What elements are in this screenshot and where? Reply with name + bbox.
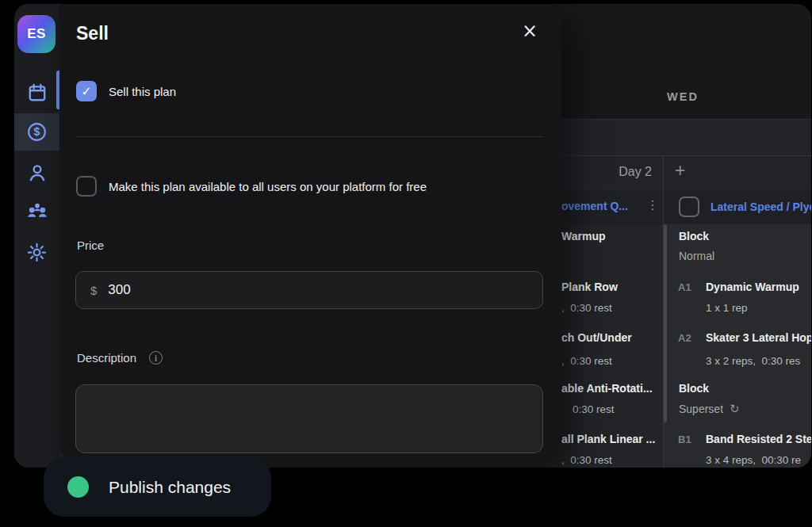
block-label: Block (679, 382, 709, 395)
workspace-logo[interactable]: ES (17, 15, 56, 53)
sidebar-item-groups[interactable] (14, 192, 59, 230)
status-dot-icon (67, 476, 89, 498)
free-plan-row: Make this plan available to all users on… (76, 176, 427, 197)
exercise-name[interactable]: Dynamic Warmup (706, 281, 799, 293)
exercise-tag: A1 (678, 281, 691, 293)
block-mode-label: Superset (679, 403, 723, 415)
exercise-detail: , 0:30 rest (561, 454, 612, 466)
price-input[interactable]: $ 300 (75, 271, 543, 309)
column-divider (663, 156, 664, 189)
price-value: 300 (108, 282, 130, 298)
block-name: Warmup (561, 230, 605, 242)
exercise-name[interactable]: ch Out/Under (561, 331, 632, 344)
description-label-row: Description i (77, 351, 163, 365)
exercise-detail: , 0:30 rest (561, 355, 612, 367)
description-textarea[interactable] (75, 384, 543, 453)
repeat-icon: ↻ (730, 402, 740, 416)
svg-text:$: $ (34, 125, 40, 138)
day-tab[interactable]: Day 2 (567, 165, 652, 179)
block-mode-label: Normal (679, 250, 714, 262)
sidebar-item-clients[interactable] (14, 154, 59, 192)
person-icon (27, 162, 48, 183)
add-day-button[interactable]: + (675, 160, 685, 181)
check-icon: ✓ (81, 84, 91, 99)
gear-icon (26, 242, 48, 263)
exercise-detail: 0:30 rest (573, 403, 615, 415)
kebab-menu-icon[interactable]: ⋮ (646, 197, 659, 212)
workout-column-left: ovement Q... ⋮ Warmup Plank Row , 0:30 r… (561, 189, 663, 468)
workout-link[interactable]: Lateral Speed / Plyo (710, 200, 811, 213)
free-plan-checkbox[interactable] (76, 176, 97, 197)
exercise-tag: A2 (678, 332, 691, 344)
sidebar: ES $ (14, 4, 59, 468)
publish-changes-button[interactable]: Publish changes (44, 457, 271, 517)
exercise-detail: 3 x 4 reps, 00:30 re (706, 454, 801, 466)
block-mode: Normal (679, 250, 714, 262)
sidebar-item-settings[interactable] (14, 233, 59, 271)
workout-link[interactable]: ovement Q... (561, 200, 628, 212)
price-label: Price (77, 239, 104, 252)
sell-plan-label: Sell this plan (109, 85, 176, 98)
workout-column-right: Lateral Speed / Plyo Block Normal A1 Dyn… (663, 189, 811, 468)
sell-plan-checkbox[interactable]: ✓ (76, 81, 97, 101)
currency-symbol: $ (90, 284, 97, 297)
description-label: Description (77, 351, 136, 365)
free-plan-label: Make this plan available to all users on… (109, 180, 427, 193)
people-icon (26, 200, 48, 222)
block-label: Block (679, 230, 709, 242)
sidebar-item-calendar[interactable] (14, 74, 59, 112)
exercise-name[interactable]: Band Resisted 2 Step (706, 433, 811, 445)
calendar-icon (27, 82, 48, 103)
info-icon: i (149, 351, 163, 365)
exercise-detail: , 0:30 rest (561, 302, 612, 314)
sidebar-item-billing[interactable]: $ (14, 113, 59, 151)
dollar-icon: $ (26, 121, 48, 143)
divider (75, 136, 544, 137)
day-header-wed: WED (643, 90, 722, 103)
close-icon[interactable]: × (522, 21, 538, 40)
sell-plan-row: ✓ Sell this plan (76, 81, 176, 101)
exercise-name[interactable]: all Plank Linear ... (561, 433, 655, 445)
exercise-detail: 1 x 1 rep (706, 302, 748, 314)
workout-title-row: Lateral Speed / Plyo (663, 189, 811, 224)
sell-modal: Sell × ✓ Sell this plan Make this plan a… (59, 4, 561, 460)
exercise-detail: 3 x 2 reps, 0:30 res (706, 355, 800, 367)
exercise-tag: B1 (678, 433, 691, 445)
workout-checkbox[interactable] (679, 197, 699, 217)
block-mode: Superset ↻ (679, 402, 740, 416)
publish-changes-label: Publish changes (109, 478, 231, 497)
exercise-name[interactable]: able Anti-Rotati... (561, 382, 653, 395)
exercise-name[interactable]: Plank Row (561, 281, 618, 293)
exercise-name[interactable]: Skater 3 Lateral Hop (706, 331, 811, 344)
modal-title: Sell (76, 23, 109, 44)
